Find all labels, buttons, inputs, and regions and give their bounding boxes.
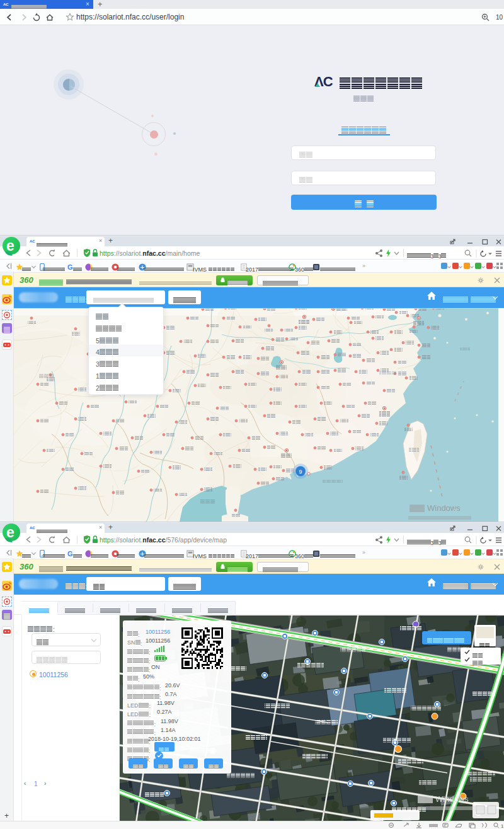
svg-text:e: e [6, 237, 14, 254]
svg-text:e: e [6, 524, 14, 540]
svg-text:Windows: Windows [435, 794, 469, 804]
svg-text:1: 1 [501, 823, 504, 829]
svg-text:G: G [67, 263, 73, 271]
svg-text:9: 9 [299, 469, 302, 475]
svg-text:Windows: Windows [427, 503, 461, 513]
svg-text:G: G [67, 550, 73, 557]
